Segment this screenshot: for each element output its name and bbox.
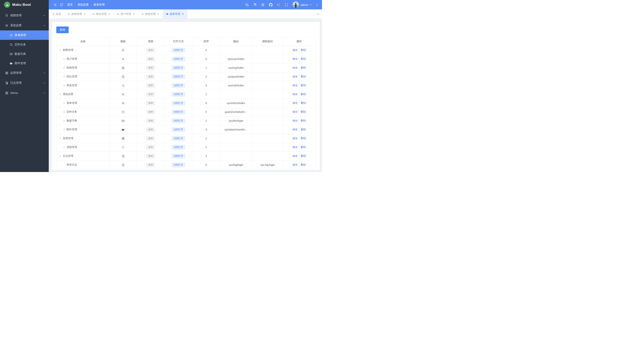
user-menu[interactable]: admin bbox=[292, 2, 312, 8]
breadcrumb-item[interactable]: 系统设置 bbox=[78, 3, 89, 7]
edit-link[interactable]: 修改 bbox=[292, 137, 298, 140]
auth-cell bbox=[252, 46, 283, 55]
delete-link[interactable]: 删除 bbox=[301, 84, 306, 87]
expand-collapse-icon[interactable] bbox=[59, 137, 62, 140]
sidebar-subitem-菜单管理[interactable]: 菜单管理 bbox=[0, 31, 49, 40]
expand-icon[interactable] bbox=[62, 119, 66, 122]
edit-link[interactable]: 修改 bbox=[292, 66, 298, 69]
tab-close-icon[interactable]: ✕ bbox=[157, 13, 160, 15]
delete-link[interactable]: 删除 bbox=[301, 119, 306, 122]
expand-collapse-icon[interactable] bbox=[59, 93, 62, 96]
sidebar-fold-icon[interactable] bbox=[52, 2, 58, 8]
delete-link[interactable]: 删除 bbox=[301, 101, 306, 104]
delete-link[interactable]: 删除 bbox=[301, 75, 306, 78]
tab-label: 菜单管理 bbox=[170, 13, 180, 16]
expand-collapse-icon[interactable] bbox=[59, 49, 62, 52]
globe-icon[interactable] bbox=[260, 2, 266, 8]
folder-icon bbox=[10, 62, 13, 65]
table-row: 附件管理菜单内部打开3sys/attachment/in…修改删除 bbox=[56, 125, 315, 134]
route-cell: sys/log/login bbox=[220, 160, 252, 169]
menu-name-label: 菜单管理 bbox=[66, 101, 77, 105]
expand-icon[interactable] bbox=[62, 128, 66, 131]
sidebar-subitem-定时任务[interactable]: 定时任务 bbox=[0, 40, 49, 49]
fullscreen-icon[interactable] bbox=[283, 2, 290, 8]
tab-角色管理[interactable]: 角色管理✕ bbox=[138, 10, 163, 19]
tab-首页[interactable]: 首页 bbox=[49, 10, 65, 19]
edit-link[interactable]: 修改 bbox=[292, 119, 298, 122]
sidebar-item-日志管理[interactable]: 日志管理 bbox=[0, 78, 49, 88]
tab-close-icon[interactable]: ✕ bbox=[108, 13, 110, 15]
refresh-icon[interactable] bbox=[58, 2, 64, 8]
delete-link[interactable]: 删除 bbox=[301, 154, 306, 157]
edit-link[interactable]: 修改 bbox=[292, 93, 298, 96]
edit-link[interactable]: 修改 bbox=[292, 163, 298, 166]
expand-collapse-icon[interactable] bbox=[59, 154, 62, 157]
delete-link[interactable]: 删除 bbox=[301, 128, 306, 131]
sidebar-item-权限管理[interactable]: 权限管理 bbox=[0, 11, 49, 21]
expand-icon[interactable] bbox=[62, 66, 66, 69]
tab-close-icon[interactable]: ✕ bbox=[182, 13, 184, 15]
expand-icon[interactable] bbox=[62, 75, 66, 78]
sidebar-item-Demo[interactable]: Demo bbox=[0, 88, 49, 98]
expand-icon[interactable] bbox=[62, 110, 66, 113]
expand-icon[interactable] bbox=[62, 102, 66, 105]
auth-cell bbox=[252, 64, 283, 72]
sidebar-item-系统设置[interactable]: 系统设置 bbox=[0, 21, 49, 31]
auth-cell bbox=[252, 116, 283, 125]
sidebar-subitem-数据字典[interactable]: 数据字典 bbox=[0, 49, 49, 59]
grid-icon bbox=[5, 71, 8, 75]
menu-icon-cell bbox=[109, 134, 137, 143]
delete-link[interactable]: 删除 bbox=[301, 163, 306, 166]
menu-icon-cell bbox=[109, 90, 137, 99]
add-button[interactable]: 新增 bbox=[56, 27, 69, 33]
route-cell: sys/post/index bbox=[220, 72, 252, 81]
sort-cell: 1 bbox=[192, 116, 220, 125]
open-style-tag: 内部打开 bbox=[172, 92, 185, 97]
route-cell bbox=[220, 152, 252, 160]
breadcrumb-item[interactable]: 菜单管理 bbox=[94, 3, 105, 7]
delete-link[interactable]: 删除 bbox=[301, 110, 306, 113]
expand-icon[interactable] bbox=[62, 84, 66, 87]
tab-用户管理[interactable]: 用户管理✕ bbox=[114, 10, 138, 19]
breadcrumb-item[interactable]: 首页 bbox=[67, 3, 73, 7]
github-icon[interactable] bbox=[268, 2, 274, 8]
table-row: 数据字典菜单内部打开1sys/dict/type修改删除 bbox=[56, 116, 315, 125]
translate-icon[interactable] bbox=[244, 2, 250, 8]
edit-link[interactable]: 修改 bbox=[292, 75, 298, 78]
edit-link[interactable]: 修改 bbox=[292, 128, 298, 131]
tab-close-icon[interactable]: ✕ bbox=[84, 13, 86, 15]
tab-菜单管理[interactable]: 菜单管理✕ bbox=[163, 10, 188, 19]
more-menu-icon[interactable] bbox=[314, 2, 320, 8]
edit-link[interactable]: 修改 bbox=[292, 84, 298, 87]
tab-机构管理[interactable]: 机构管理✕ bbox=[65, 10, 89, 19]
edit-link[interactable]: 修改 bbox=[292, 110, 298, 113]
expand-icon[interactable] bbox=[62, 146, 66, 149]
avatar[interactable] bbox=[292, 2, 299, 8]
edit-link[interactable]: 修改 bbox=[292, 154, 298, 157]
edit-link[interactable]: 修改 bbox=[292, 145, 298, 148]
tab-close-icon[interactable]: ✕ bbox=[133, 13, 135, 15]
actions-cell: 修改删除 bbox=[283, 46, 315, 55]
delete-link[interactable]: 删除 bbox=[301, 57, 306, 60]
delete-link[interactable]: 删除 bbox=[301, 137, 306, 140]
menu-name-label: 日志管理 bbox=[63, 154, 73, 158]
gitee-icon[interactable]: G bbox=[275, 2, 282, 8]
delete-link[interactable]: 删除 bbox=[301, 93, 306, 96]
sidebar-item-应用管理[interactable]: 应用管理 bbox=[0, 68, 49, 78]
tabs-dropdown-icon[interactable] bbox=[314, 10, 322, 19]
edit-link[interactable]: 修改 bbox=[292, 49, 298, 52]
delete-link[interactable]: 删除 bbox=[301, 66, 306, 69]
delete-link[interactable]: 删除 bbox=[301, 145, 306, 148]
type-tag: 菜单 bbox=[146, 74, 155, 79]
sidebar-subitem-附件管理[interactable]: 附件管理 bbox=[0, 59, 49, 68]
open-style-tag: 内部打开 bbox=[172, 83, 185, 88]
expand-icon[interactable] bbox=[62, 58, 66, 61]
open-style-cell: 内部打开 bbox=[164, 90, 192, 99]
edit-link[interactable]: 修改 bbox=[292, 57, 298, 60]
font-size-icon[interactable]: Tt bbox=[252, 2, 258, 8]
sort-cell: 0 bbox=[192, 160, 220, 169]
delete-link[interactable]: 删除 bbox=[301, 49, 306, 52]
edit-link[interactable]: 修改 bbox=[292, 101, 298, 104]
tab-岗位管理[interactable]: 岗位管理✕ bbox=[89, 10, 114, 19]
open-style-cell: 内部打开 bbox=[164, 160, 192, 169]
